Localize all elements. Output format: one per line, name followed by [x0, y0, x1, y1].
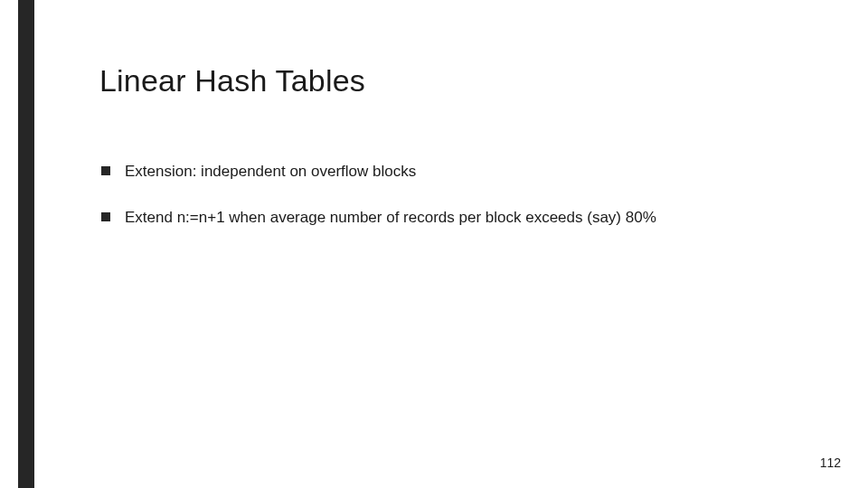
bullet-list: Extension: independent on overflow block…: [99, 162, 814, 229]
page-title: Linear Hash Tables: [99, 63, 814, 99]
slide-body: Linear Hash Tables Extension: independen…: [0, 0, 868, 488]
page-number: 112: [820, 455, 841, 470]
list-item: Extension: independent on overflow block…: [99, 162, 814, 183]
list-item: Extend n:=n+1 when average number of rec…: [99, 208, 814, 229]
